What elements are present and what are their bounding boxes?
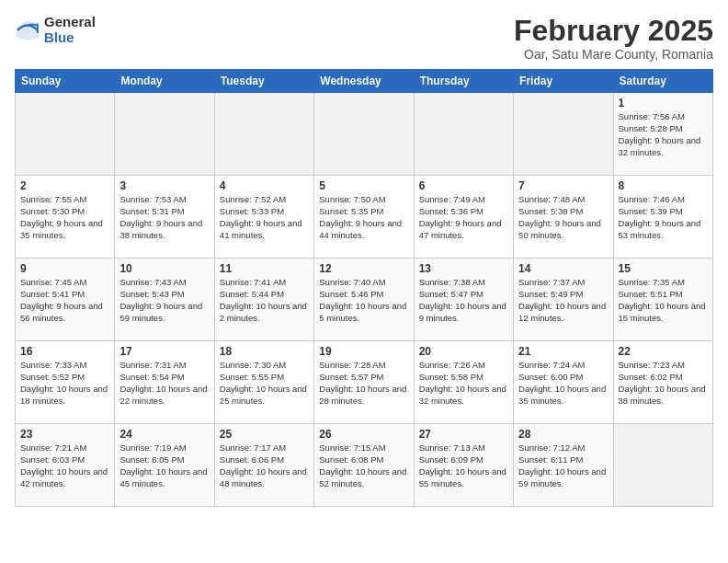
- weekday-header: Monday: [115, 70, 214, 93]
- calendar-day-cell: 27Sunrise: 7:13 AM Sunset: 6:09 PM Dayli…: [414, 424, 513, 507]
- calendar-day-cell: 18Sunrise: 7:30 AM Sunset: 5:55 PM Dayli…: [214, 341, 313, 424]
- day-info: Sunrise: 7:12 AM Sunset: 6:11 PM Dayligh…: [518, 442, 608, 489]
- day-info: Sunrise: 7:17 AM Sunset: 6:06 PM Dayligh…: [220, 442, 309, 489]
- day-number: 26: [319, 428, 408, 441]
- weekday-header: Thursday: [414, 70, 513, 93]
- calendar-day-cell: 17Sunrise: 7:31 AM Sunset: 5:54 PM Dayli…: [115, 341, 214, 424]
- day-number: 22: [619, 345, 708, 358]
- logo-blue-text: Blue: [44, 30, 96, 46]
- calendar-day-cell: 4Sunrise: 7:52 AM Sunset: 5:33 PM Daylig…: [214, 176, 313, 259]
- day-number: 24: [119, 428, 209, 441]
- day-number: 23: [20, 428, 109, 441]
- calendar-week-row: 16Sunrise: 7:33 AM Sunset: 5:52 PM Dayli…: [16, 341, 713, 424]
- calendar-week-row: 23Sunrise: 7:21 AM Sunset: 6:03 PM Dayli…: [16, 424, 713, 507]
- location: Oar, Satu Mare County, Romania: [514, 47, 713, 62]
- day-info: Sunrise: 7:33 AM Sunset: 5:52 PM Dayligh…: [20, 360, 109, 407]
- day-info: Sunrise: 7:23 AM Sunset: 6:02 PM Dayligh…: [619, 360, 708, 407]
- calendar-header-row: SundayMondayTuesdayWednesdayThursdayFrid…: [16, 70, 713, 93]
- day-info: Sunrise: 7:50 AM Sunset: 5:35 PM Dayligh…: [319, 194, 408, 241]
- day-info: Sunrise: 7:41 AM Sunset: 5:44 PM Dayligh…: [220, 277, 309, 324]
- weekday-header: Tuesday: [214, 70, 313, 93]
- day-number: 20: [419, 345, 508, 358]
- calendar-day-cell: 25Sunrise: 7:17 AM Sunset: 6:06 PM Dayli…: [214, 424, 313, 507]
- calendar-day-cell: 24Sunrise: 7:19 AM Sunset: 6:05 PM Dayli…: [115, 424, 214, 507]
- calendar-day-cell: 16Sunrise: 7:33 AM Sunset: 5:52 PM Dayli…: [16, 341, 115, 424]
- day-info: Sunrise: 7:38 AM Sunset: 5:47 PM Dayligh…: [419, 277, 508, 324]
- calendar-day-cell: 15Sunrise: 7:35 AM Sunset: 5:51 PM Dayli…: [613, 259, 712, 341]
- page-header: General Blue February 2025 Oar, Satu Mar…: [15, 15, 713, 62]
- day-info: Sunrise: 7:46 AM Sunset: 5:39 PM Dayligh…: [619, 194, 708, 241]
- logo-icon: [15, 17, 40, 43]
- weekday-header: Wednesday: [314, 70, 414, 93]
- calendar-day-cell: [314, 93, 414, 176]
- day-number: 8: [619, 179, 708, 192]
- day-number: 16: [20, 345, 109, 358]
- calendar-day-cell: 11Sunrise: 7:41 AM Sunset: 5:44 PM Dayli…: [214, 259, 313, 341]
- calendar-day-cell: 28Sunrise: 7:12 AM Sunset: 6:11 PM Dayli…: [514, 424, 613, 507]
- day-info: Sunrise: 7:31 AM Sunset: 5:54 PM Dayligh…: [119, 360, 209, 407]
- calendar-day-cell: 13Sunrise: 7:38 AM Sunset: 5:47 PM Dayli…: [414, 259, 513, 341]
- calendar-day-cell: [115, 93, 214, 176]
- calendar-day-cell: 6Sunrise: 7:49 AM Sunset: 5:36 PM Daylig…: [414, 176, 513, 259]
- day-number: 27: [419, 428, 508, 441]
- calendar-table: SundayMondayTuesdayWednesdayThursdayFrid…: [15, 69, 713, 507]
- calendar-day-cell: [16, 93, 115, 176]
- weekday-header: Friday: [514, 70, 613, 93]
- weekday-header: Sunday: [16, 70, 115, 93]
- day-number: 1: [619, 97, 708, 109]
- day-number: 7: [518, 179, 608, 192]
- day-number: 11: [220, 262, 309, 275]
- day-number: 12: [319, 262, 408, 275]
- day-info: Sunrise: 7:40 AM Sunset: 5:46 PM Dayligh…: [319, 277, 408, 324]
- calendar-day-cell: 1Sunrise: 7:56 AM Sunset: 5:28 PM Daylig…: [613, 93, 712, 176]
- day-info: Sunrise: 7:21 AM Sunset: 6:03 PM Dayligh…: [20, 442, 109, 489]
- calendar-day-cell: [414, 93, 513, 176]
- day-number: 3: [119, 179, 209, 192]
- calendar-day-cell: [613, 424, 712, 507]
- day-info: Sunrise: 7:45 AM Sunset: 5:41 PM Dayligh…: [20, 277, 109, 324]
- day-info: Sunrise: 7:52 AM Sunset: 5:33 PM Dayligh…: [220, 194, 309, 241]
- day-number: 13: [419, 262, 508, 275]
- calendar-day-cell: 8Sunrise: 7:46 AM Sunset: 5:39 PM Daylig…: [613, 176, 712, 259]
- day-info: Sunrise: 7:15 AM Sunset: 6:08 PM Dayligh…: [319, 442, 408, 489]
- day-number: 18: [220, 345, 309, 358]
- logo: General Blue: [15, 15, 96, 45]
- day-number: 28: [518, 428, 608, 441]
- month-title: February 2025: [514, 15, 713, 47]
- calendar-day-cell: [214, 93, 313, 176]
- calendar-day-cell: [514, 93, 613, 176]
- calendar-day-cell: 10Sunrise: 7:43 AM Sunset: 5:43 PM Dayli…: [115, 259, 214, 341]
- logo-text: General Blue: [44, 15, 96, 45]
- day-number: 19: [319, 345, 408, 358]
- day-number: 14: [518, 262, 608, 275]
- day-info: Sunrise: 7:26 AM Sunset: 5:58 PM Dayligh…: [419, 360, 508, 407]
- calendar-day-cell: 26Sunrise: 7:15 AM Sunset: 6:08 PM Dayli…: [314, 424, 414, 507]
- day-number: 17: [119, 345, 209, 358]
- calendar-day-cell: 12Sunrise: 7:40 AM Sunset: 5:46 PM Dayli…: [314, 259, 414, 341]
- day-number: 25: [220, 428, 309, 441]
- day-number: 15: [619, 262, 708, 275]
- calendar-day-cell: 22Sunrise: 7:23 AM Sunset: 6:02 PM Dayli…: [613, 341, 712, 424]
- day-number: 2: [20, 179, 109, 192]
- calendar-day-cell: 19Sunrise: 7:28 AM Sunset: 5:57 PM Dayli…: [314, 341, 414, 424]
- calendar-day-cell: 7Sunrise: 7:48 AM Sunset: 5:38 PM Daylig…: [514, 176, 613, 259]
- day-number: 10: [119, 262, 209, 275]
- calendar-day-cell: 14Sunrise: 7:37 AM Sunset: 5:49 PM Dayli…: [514, 259, 613, 341]
- calendar-day-cell: 3Sunrise: 7:53 AM Sunset: 5:31 PM Daylig…: [115, 176, 214, 259]
- calendar-day-cell: 23Sunrise: 7:21 AM Sunset: 6:03 PM Dayli…: [16, 424, 115, 507]
- calendar-day-cell: 5Sunrise: 7:50 AM Sunset: 5:35 PM Daylig…: [314, 176, 414, 259]
- day-info: Sunrise: 7:49 AM Sunset: 5:36 PM Dayligh…: [419, 194, 508, 241]
- day-info: Sunrise: 7:24 AM Sunset: 6:00 PM Dayligh…: [518, 360, 608, 407]
- day-info: Sunrise: 7:37 AM Sunset: 5:49 PM Dayligh…: [518, 277, 608, 324]
- day-info: Sunrise: 7:55 AM Sunset: 5:30 PM Dayligh…: [20, 194, 109, 241]
- day-info: Sunrise: 7:43 AM Sunset: 5:43 PM Dayligh…: [119, 277, 209, 324]
- day-info: Sunrise: 7:48 AM Sunset: 5:38 PM Dayligh…: [518, 194, 608, 241]
- calendar-week-row: 1Sunrise: 7:56 AM Sunset: 5:28 PM Daylig…: [16, 93, 713, 176]
- day-info: Sunrise: 7:19 AM Sunset: 6:05 PM Dayligh…: [119, 442, 209, 489]
- day-info: Sunrise: 7:56 AM Sunset: 5:28 PM Dayligh…: [619, 111, 708, 158]
- day-info: Sunrise: 7:13 AM Sunset: 6:09 PM Dayligh…: [419, 442, 508, 489]
- day-info: Sunrise: 7:35 AM Sunset: 5:51 PM Dayligh…: [619, 277, 708, 324]
- title-block: February 2025 Oar, Satu Mare County, Rom…: [514, 15, 713, 62]
- day-number: 21: [518, 345, 608, 358]
- calendar-day-cell: 2Sunrise: 7:55 AM Sunset: 5:30 PM Daylig…: [16, 176, 115, 259]
